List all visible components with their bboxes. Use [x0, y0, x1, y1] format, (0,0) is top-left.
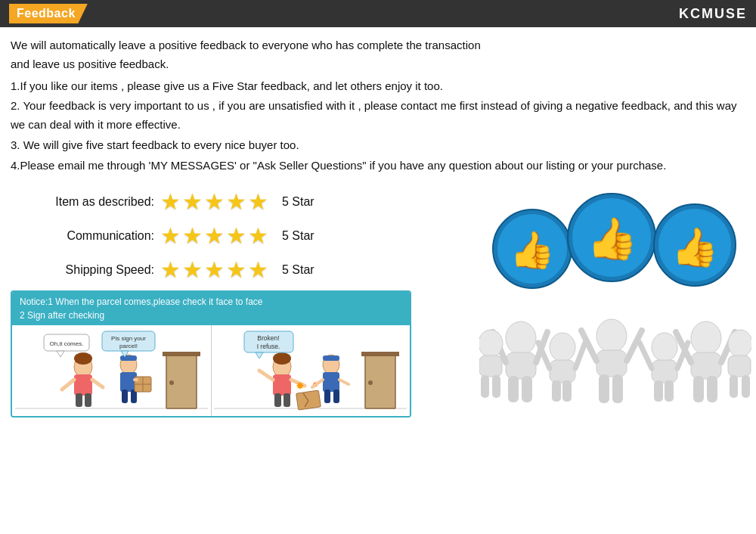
star-icon: ★: [248, 222, 268, 249]
svg-rect-96: [652, 360, 677, 383]
star-icon: ★: [204, 256, 225, 283]
star-icon: ★: [182, 256, 203, 283]
svg-rect-3: [163, 352, 200, 356]
svg-line-49: [339, 380, 349, 384]
svg-point-89: [550, 333, 575, 362]
star-text-1: 5 Star: [282, 229, 314, 243]
svg-rect-92: [562, 380, 572, 402]
svg-rect-6: [74, 374, 92, 396]
svg-text:Oh,it comes.: Oh,it comes.: [49, 340, 83, 347]
svg-rect-35: [284, 393, 290, 407]
svg-point-95: [652, 333, 677, 362]
notice-line1: Notice:1 When the parcel comes,please ch…: [20, 296, 263, 307]
rating-row-1: Communication: ★ ★ ★ ★ ★ 5 Star: [11, 222, 479, 249]
svg-line-94: [575, 343, 585, 368]
notice-scenes: Oh,it comes.: [12, 325, 410, 416]
rating-section: Item as described: ★ ★ ★ ★ ★ 5 Star Comm…: [11, 188, 745, 418]
notice-box: Notice:1 When the parcel comes,please ch…: [11, 290, 411, 418]
notice-header: Notice:1 When the parcel comes,please ch…: [12, 292, 410, 325]
svg-rect-70: [596, 350, 627, 377]
svg-rect-44: [323, 355, 339, 361]
svg-point-5: [74, 352, 92, 365]
star-icon: ★: [226, 222, 246, 249]
svg-point-85: [728, 330, 751, 357]
svg-rect-7: [76, 393, 82, 407]
scene1-svg: Oh,it comes.: [15, 325, 208, 416]
svg-rect-82: [479, 355, 502, 377]
intro-paragraph: We will automatically leave a positive f…: [11, 36, 745, 74]
svg-text:👍: 👍: [510, 228, 555, 272]
star-icon: ★: [182, 188, 203, 215]
star-icon: ★: [160, 222, 181, 249]
svg-rect-8: [85, 393, 91, 407]
star-icon: ★: [226, 256, 246, 283]
stars-2: ★ ★ ★ ★ ★: [160, 256, 268, 283]
page-header: Feedback KCMUSE: [0, 0, 756, 27]
svg-point-75: [691, 321, 721, 355]
notice-scene-2: ✸ ✸: [212, 325, 411, 416]
svg-rect-72: [612, 374, 623, 403]
star-icon: ★: [160, 188, 181, 215]
svg-rect-17: [122, 390, 128, 403]
svg-text:👍: 👍: [671, 225, 719, 270]
svg-rect-45: [323, 372, 339, 392]
svg-text:Broken!: Broken!: [258, 334, 280, 342]
rating-label-0: Item as described:: [11, 195, 154, 209]
svg-point-2: [169, 380, 174, 385]
svg-rect-33: [273, 374, 291, 396]
svg-rect-98: [665, 380, 674, 402]
svg-rect-34: [274, 393, 281, 407]
brand-logo: KCMUSE: [679, 6, 747, 22]
point-4: 4.Please email me through 'MY MESSAGES' …: [11, 157, 745, 175]
star-text-0: 5 Star: [282, 195, 314, 209]
ratings-left: Item as described: ★ ★ ★ ★ ★ 5 Star Comm…: [11, 188, 479, 418]
stars-1: ★ ★ ★ ★ ★: [160, 222, 268, 249]
star-icon: ★: [160, 256, 181, 283]
stars-0: ★ ★ ★ ★ ★: [160, 188, 268, 215]
svg-rect-71: [599, 374, 609, 403]
intro-line1: We will automatically leave a positive f…: [11, 39, 481, 51]
intro-line2: and leave us positive feedback.: [11, 57, 169, 70]
svg-text:parcel!: parcel!: [119, 343, 138, 349]
svg-rect-90: [550, 360, 575, 383]
svg-rect-66: [522, 376, 532, 402]
svg-point-32: [273, 352, 291, 365]
svg-point-81: [479, 330, 503, 357]
svg-line-36: [259, 371, 273, 380]
svg-rect-47: [333, 390, 339, 403]
svg-rect-87: [730, 375, 738, 398]
svg-line-9: [62, 380, 74, 390]
svg-marker-12: [57, 351, 64, 357]
svg-rect-86: [728, 355, 751, 377]
svg-text:👍: 👍: [587, 214, 638, 263]
svg-point-69: [596, 319, 627, 352]
star-icon: ★: [182, 222, 203, 249]
rating-row-0: Item as described: ★ ★ ★ ★ ★ 5 Star: [11, 188, 479, 215]
point-2: 2. Your feedback is very important to us…: [11, 97, 745, 135]
svg-text:I refuse.: I refuse.: [257, 343, 280, 350]
svg-rect-64: [506, 352, 536, 379]
star-icon: ★: [226, 188, 246, 215]
star-icon: ★: [204, 222, 225, 249]
rating-row-2: Shipping Speed: ★ ★ ★ ★ ★ 5 Star: [11, 256, 479, 283]
point-3: 3. We will give five start feedback to e…: [11, 136, 745, 155]
svg-rect-76: [691, 352, 721, 379]
star-text-2: 5 Star: [282, 263, 314, 277]
svg-text:Pls sign your: Pls sign your: [111, 335, 146, 342]
star-icon: ★: [204, 188, 225, 215]
svg-rect-83: [481, 375, 489, 398]
thumbs-svg: 👍 👍 👍: [479, 188, 751, 404]
star-icon: ★: [248, 256, 268, 283]
main-content: We will automatically leave a positive f…: [0, 27, 756, 424]
svg-rect-91: [552, 380, 561, 402]
svg-rect-84: [492, 375, 500, 398]
svg-point-29: [368, 380, 373, 385]
point-1: 1.If you like our items , please give us…: [11, 77, 745, 96]
rating-label-1: Communication:: [11, 229, 154, 243]
points-list: 1.If you like our items , please give us…: [11, 77, 745, 175]
notice-scene-1: Oh,it comes.: [12, 325, 212, 416]
svg-rect-77: [693, 376, 704, 402]
svg-line-99: [640, 343, 652, 368]
svg-text:✸: ✸: [296, 380, 305, 392]
star-icon: ★: [248, 188, 268, 215]
